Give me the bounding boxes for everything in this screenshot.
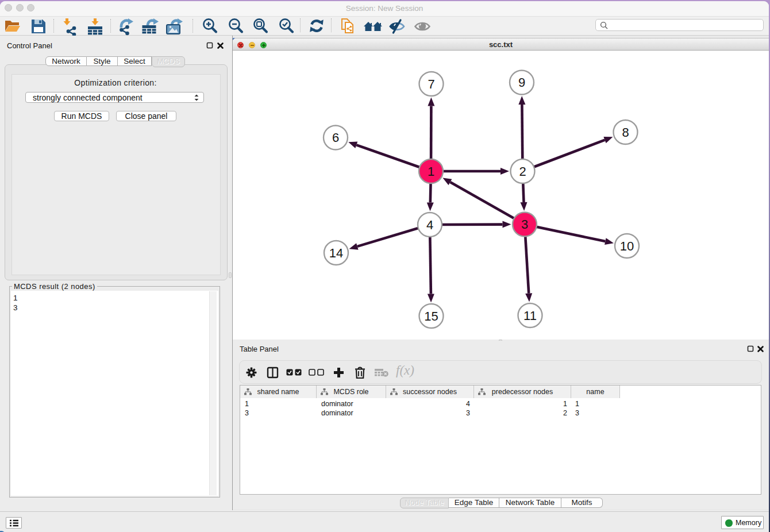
svg-text:14: 14 [329,246,343,260]
svg-text:1: 1 [428,164,434,179]
svg-text:2: 2 [519,164,526,179]
svg-text:9: 9 [518,75,525,90]
svg-text:15: 15 [424,309,438,323]
svg-text:8: 8 [622,125,629,140]
svg-text:11: 11 [523,309,537,323]
svg-text:6: 6 [332,130,339,145]
svg-text:3: 3 [521,217,528,232]
svg-text:10: 10 [620,239,634,253]
svg-text:7: 7 [428,77,434,91]
svg-text:4: 4 [426,218,433,232]
